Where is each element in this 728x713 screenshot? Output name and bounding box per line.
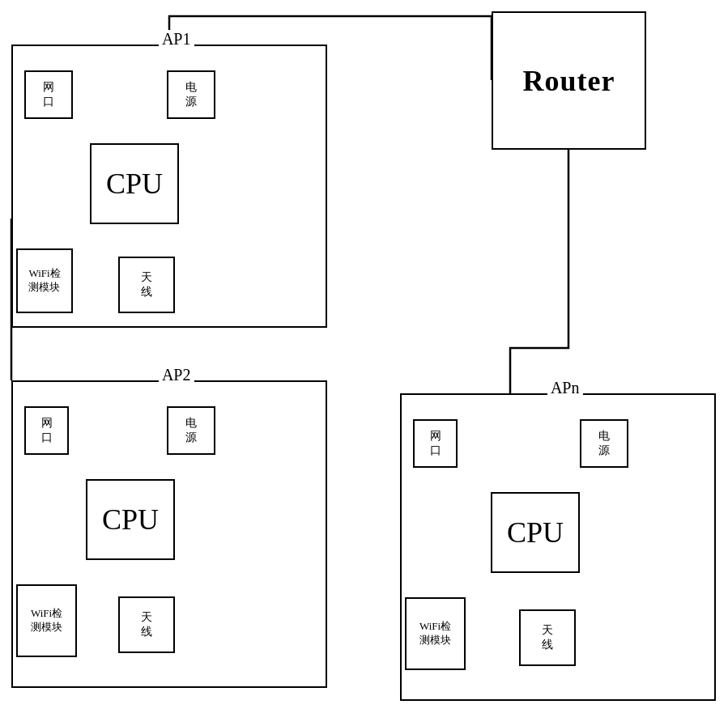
ap1-wangkou: 网口 — [24, 70, 73, 119]
apn-box: APn 网口 电源 CPU WiFi检测模块 天线 — [400, 393, 716, 701]
ap1-title: AP1 — [159, 30, 194, 49]
ap1-dianyuan: 电源 — [167, 70, 215, 119]
ap2-tianxian: 天线 — [118, 596, 175, 653]
ap1-tianxian: 天线 — [118, 257, 175, 313]
router-label: Router — [523, 64, 615, 98]
ap1-cpu: CPU — [90, 143, 179, 224]
apn-cpu: CPU — [491, 492, 580, 573]
ap2-cpu: CPU — [86, 479, 175, 560]
apn-title: APn — [547, 379, 583, 397]
ap2-wangkou: 网口 — [24, 406, 69, 455]
ap2-tianxian-label: 天线 — [141, 610, 152, 639]
apn-wangkou-label: 网口 — [430, 429, 441, 458]
ap2-dianyuan: 电源 — [167, 406, 215, 455]
apn-dianyuan: 电源 — [580, 419, 628, 468]
apn-tianxian-label: 天线 — [542, 623, 553, 652]
apn-cpu-label: CPU — [507, 514, 564, 552]
ap1-tianxian-label: 天线 — [141, 270, 152, 299]
ap1-cpu-label: CPU — [106, 165, 163, 203]
ap2-wifi-label: WiFi检测模块 — [31, 607, 62, 634]
ap2-dianyuan-label: 电源 — [185, 416, 197, 445]
apn-wifi-label: WiFi检测模块 — [419, 620, 451, 647]
ap2-cpu-label: CPU — [102, 501, 159, 539]
ap1-box: AP1 网口 电源 CPU WiFi检测模块 天线 — [11, 45, 327, 328]
diagram: Router AP1 网口 电源 CPU WiFi检测模块 天线 AP2 网口 … — [0, 0, 728, 713]
ap2-box: AP2 网口 电源 CPU WiFi检测模块 天线 — [11, 380, 327, 688]
ap1-dianyuan-label: 电源 — [185, 80, 197, 109]
router-box: Router — [492, 11, 646, 150]
apn-wangkou: 网口 — [413, 419, 458, 468]
apn-dianyuan-label: 电源 — [598, 429, 610, 458]
ap2-title: AP2 — [159, 366, 194, 384]
ap1-wangkou-label: 网口 — [43, 80, 54, 109]
ap2-wangkou-label: 网口 — [41, 416, 53, 445]
ap2-wifi: WiFi检测模块 — [16, 584, 77, 657]
apn-tianxian: 天线 — [519, 609, 576, 666]
apn-wifi: WiFi检测模块 — [405, 597, 466, 670]
ap1-wifi: WiFi检测模块 — [16, 248, 73, 313]
ap1-wifi-label: WiFi检测模块 — [28, 267, 60, 295]
